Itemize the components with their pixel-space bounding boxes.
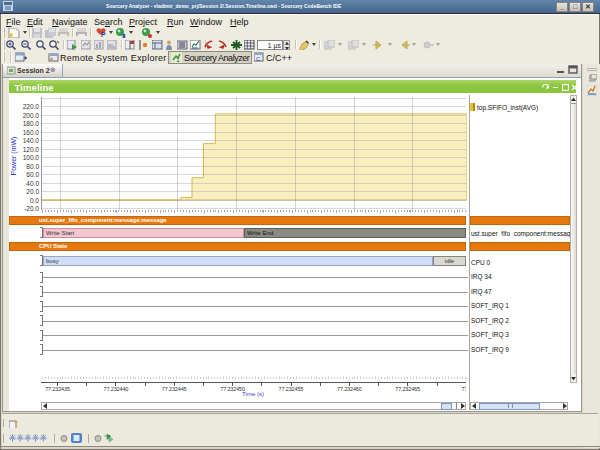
svg-text:▮: ▮ [122, 33, 126, 38]
svg-text:C: C [256, 56, 261, 62]
svg-text:P: P [101, 31, 106, 38]
svg-text:1: 1 [176, 56, 180, 63]
